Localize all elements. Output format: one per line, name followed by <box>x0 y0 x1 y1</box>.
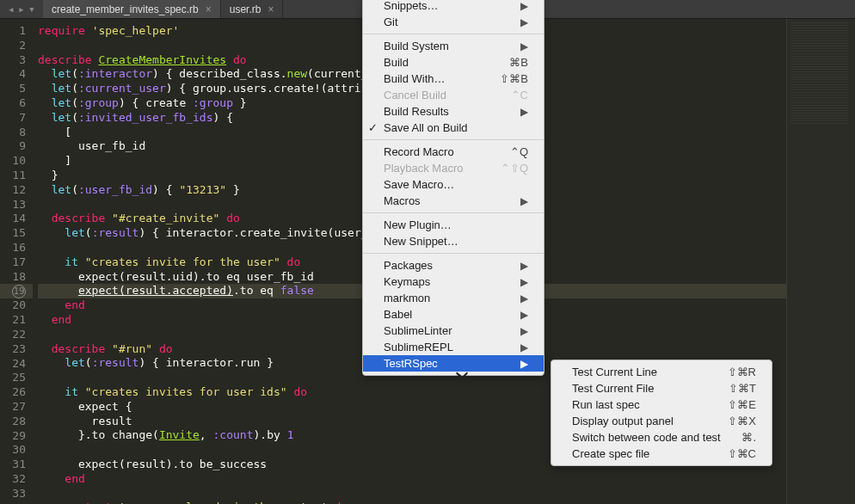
menu-item[interactable]: Snippets…▶ <box>363 0 544 14</box>
menu-item: Playback Macro⌃⇧Q <box>363 160 544 176</box>
menu-item[interactable]: SublimeLinter▶ <box>363 323 544 339</box>
menu-item[interactable]: Babel▶ <box>363 306 544 323</box>
menu-item[interactable]: SublimeREPL▶ <box>363 339 544 355</box>
chevron-right-icon[interactable]: ▸ <box>17 5 26 14</box>
minimap[interactable] <box>786 19 855 504</box>
menu-item[interactable]: Create spec file⇧⌘C <box>551 446 772 462</box>
menu-item[interactable]: Test Current Line⇧⌘R <box>551 364 772 380</box>
gutter: 1234567891011121314151617181920212223242… <box>0 19 33 504</box>
menu-testrspec: Test Current Line⇧⌘RTest Current File⇧⌘T… <box>551 360 772 466</box>
menu-item[interactable]: Switch between code and test⌘. <box>551 429 772 446</box>
menu-item[interactable]: Git▶ <box>363 14 544 30</box>
menu-item[interactable]: Save Macro… <box>363 176 544 193</box>
menu-item[interactable]: Macros▶ <box>363 193 544 209</box>
menu-item[interactable]: Test Current File⇧⌘T <box>551 380 772 396</box>
menu-item[interactable]: New Snippet… <box>363 233 544 249</box>
menu-item[interactable]: Build With…⇧⌘B <box>363 71 544 87</box>
menu-item[interactable]: New Plugin… <box>363 217 544 233</box>
tab-label: user.rb <box>230 3 261 15</box>
menu-item[interactable]: Run last spec⇧⌘E <box>551 396 772 413</box>
menu-item[interactable]: ✓Save All on Build <box>363 120 544 136</box>
tab-label: create_member_invites_spec.rb <box>52 3 199 15</box>
menu-item[interactable]: Build System▶ <box>363 38 544 54</box>
tab-active[interactable]: create_member_invites_spec.rb × <box>43 0 221 18</box>
menu-item[interactable]: Record Macro⌃Q <box>363 144 544 160</box>
menu-item: Cancel Build⌃C <box>363 87 544 103</box>
chevron-left-icon[interactable]: ◂ <box>7 5 15 14</box>
menu-item[interactable]: TestRSpec▶ <box>363 355 544 372</box>
chevron-down-icon[interactable]: ▾ <box>28 5 36 14</box>
menu-tools: Snippets…▶Git▶Build System▶Build⌘BBuild … <box>362 0 544 376</box>
menu-item[interactable]: Packages▶ <box>363 257 544 274</box>
menu-item[interactable]: Display output panel⇧⌘X <box>551 413 772 429</box>
close-icon[interactable]: × <box>268 3 274 15</box>
menu-item[interactable]: Build Results▶ <box>363 103 544 120</box>
menu-item[interactable]: Keymaps▶ <box>363 274 544 290</box>
menu-item[interactable]: markmon▶ <box>363 290 544 306</box>
menu-item[interactable]: Build⌘B <box>363 54 544 71</box>
tab-other[interactable]: user.rb × <box>221 0 284 18</box>
tab-controls: ◂ ▸ ▾ <box>0 0 43 18</box>
close-icon[interactable]: × <box>206 3 212 15</box>
